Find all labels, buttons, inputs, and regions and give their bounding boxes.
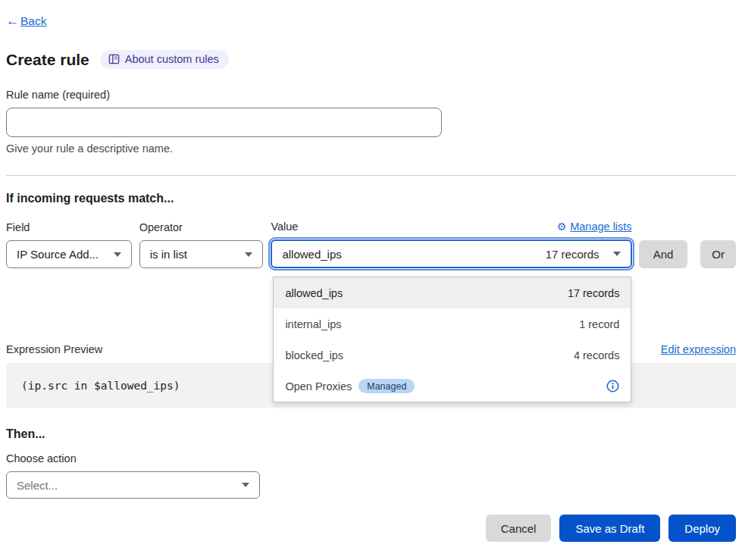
- operator-column: Operator is in list: [139, 221, 264, 268]
- value-select-name: allowed_ips: [282, 248, 341, 261]
- footer-actions: Cancel Save as Draft Deploy: [6, 515, 736, 542]
- operator-select[interactable]: is in list: [139, 240, 264, 268]
- manage-lists-label: Manage lists: [570, 221, 631, 233]
- choose-action-label: Choose action: [6, 452, 736, 465]
- expression-code: (ip.src in $allowed_ips): [21, 380, 180, 392]
- info-icon[interactable]: [606, 380, 619, 393]
- field-select-value: IP Source Add...: [17, 248, 99, 261]
- list-option-left: Open Proxies Managed: [285, 379, 415, 393]
- list-option-blocked-ips[interactable]: blocked_ips 4 records: [274, 339, 631, 371]
- caret-down-icon: [613, 252, 621, 256]
- or-button[interactable]: Or: [700, 240, 736, 268]
- and-button[interactable]: And: [639, 240, 688, 268]
- field-label: Field: [6, 221, 132, 233]
- save-as-draft-button[interactable]: Save as Draft: [559, 515, 660, 542]
- list-option-name: blocked_ips: [285, 349, 343, 361]
- back-link[interactable]: ←Back: [6, 14, 46, 29]
- list-option-name: Open Proxies: [285, 380, 352, 393]
- deploy-button[interactable]: Deploy: [668, 515, 736, 542]
- back-link-label: Back: [20, 14, 46, 28]
- cancel-button[interactable]: Cancel: [486, 515, 552, 542]
- match-controls-row: Field IP Source Add... Operator is in li…: [6, 221, 736, 268]
- operator-select-value: is in list: [150, 248, 187, 261]
- action-select[interactable]: Select...: [6, 471, 260, 499]
- create-rule-page: ←Back Create rule About custom rules Rul…: [0, 0, 742, 542]
- value-select-records: 17 records: [546, 248, 600, 261]
- caret-down-icon: [245, 252, 252, 257]
- book-icon: [108, 54, 120, 64]
- about-badge-label: About custom rules: [125, 53, 219, 65]
- field-select[interactable]: IP Source Add...: [6, 240, 132, 268]
- list-dropdown-panel: allowed_ips 17 records internal_ips 1 re…: [273, 277, 631, 402]
- then-section-heading: Then...: [6, 427, 736, 441]
- caret-down-icon: [242, 483, 249, 487]
- field-column: Field IP Source Add...: [6, 221, 132, 268]
- title-row: Create rule About custom rules: [6, 50, 736, 69]
- rule-name-helper: Give your rule a descriptive name.: [6, 142, 736, 155]
- edit-expression-link[interactable]: Edit expression: [661, 343, 736, 355]
- manage-lists-link[interactable]: ⚙ Manage lists: [557, 221, 632, 233]
- list-option-allowed-ips[interactable]: allowed_ips 17 records: [274, 277, 631, 308]
- rule-name-input[interactable]: [6, 108, 442, 137]
- list-option-records: 4 records: [574, 349, 619, 361]
- caret-down-icon: [114, 252, 121, 257]
- value-header: Value ⚙ Manage lists: [271, 221, 631, 233]
- list-option-name: allowed_ips: [285, 287, 343, 299]
- expression-preview-label: Expression Preview: [6, 343, 102, 355]
- list-option-records: 17 records: [568, 287, 620, 299]
- value-label: Value: [271, 221, 298, 233]
- managed-badge: Managed: [358, 379, 415, 393]
- page-title: Create rule: [6, 51, 89, 69]
- list-option-open-proxies[interactable]: Open Proxies Managed: [274, 371, 631, 402]
- rule-name-label: Rule name (required): [6, 89, 736, 101]
- value-column: Value ⚙ Manage lists allowed_ips 17 reco…: [271, 221, 631, 268]
- operator-label: Operator: [139, 221, 264, 233]
- section-divider: [6, 175, 736, 176]
- match-section-heading: If incoming requests match...: [6, 192, 736, 205]
- back-arrow-icon: ←: [6, 14, 19, 29]
- list-option-internal-ips[interactable]: internal_ips 1 record: [274, 308, 631, 339]
- value-select[interactable]: allowed_ips 17 records: [271, 239, 631, 268]
- list-option-name: internal_ips: [285, 318, 341, 330]
- gear-icon: ⚙: [557, 221, 567, 233]
- list-option-records: 1 record: [579, 318, 619, 330]
- action-select-placeholder: Select...: [17, 479, 58, 492]
- about-custom-rules-link[interactable]: About custom rules: [100, 50, 229, 69]
